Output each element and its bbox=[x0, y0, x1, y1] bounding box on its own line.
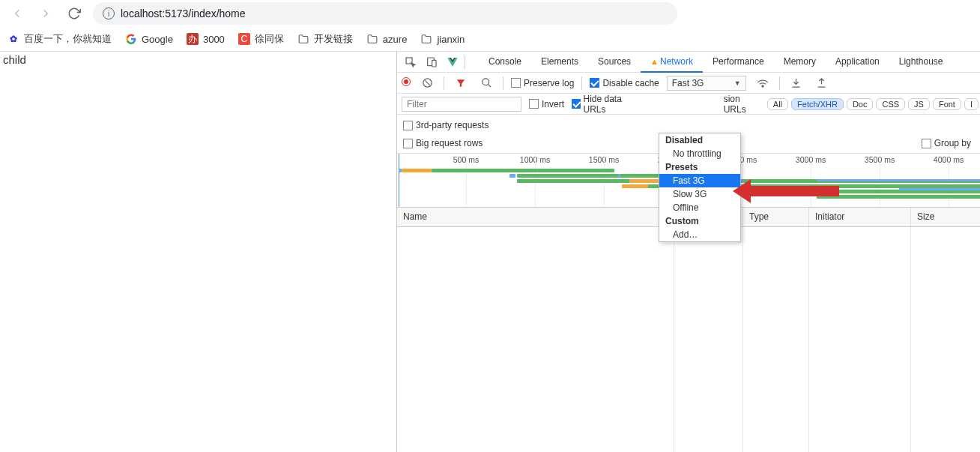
address-bar[interactable]: i localhost:5173/index/home bbox=[93, 2, 677, 25]
menu-item-no-throttling[interactable]: No throttling bbox=[659, 147, 740, 160]
svg-point-5 bbox=[762, 85, 763, 87]
export-har-icon[interactable] bbox=[813, 74, 831, 92]
record-button[interactable] bbox=[402, 77, 411, 88]
throttling-menu: Disabled No throttling Presets Fast 3G S… bbox=[659, 133, 741, 242]
bookmark-azure[interactable]: azure bbox=[366, 33, 408, 45]
folder-icon bbox=[420, 33, 432, 45]
pill-css[interactable]: CSS bbox=[876, 98, 905, 110]
search-icon[interactable] bbox=[477, 74, 495, 92]
network-filter-bar: Invert Hide data URLs sion URLs All Fetc… bbox=[397, 94, 980, 115]
preserve-log-checkbox[interactable]: Preserve log bbox=[511, 78, 574, 88]
warning-icon: ▲ bbox=[650, 57, 659, 66]
tab-elements[interactable]: Elements bbox=[531, 52, 588, 73]
pill-img[interactable]: I bbox=[964, 98, 979, 110]
baidu-icon: ✿ bbox=[7, 33, 19, 45]
filter-icon[interactable] bbox=[452, 74, 470, 92]
page-text: child bbox=[3, 53, 26, 66]
devtools-tab-row: Console Elements Sources ▲Network Perfor… bbox=[397, 52, 980, 73]
pill-all[interactable]: All bbox=[767, 98, 788, 110]
tab-lighthouse[interactable]: Lighthouse bbox=[889, 52, 953, 73]
forward-button[interactable] bbox=[36, 4, 55, 23]
sion-urls-text: sion URLs bbox=[724, 94, 760, 115]
invert-checkbox[interactable]: Invert bbox=[529, 99, 564, 109]
pill-doc[interactable]: Doc bbox=[847, 98, 874, 110]
back-button[interactable] bbox=[7, 4, 27, 23]
c-icon: C bbox=[238, 33, 250, 45]
annotation-arrow bbox=[749, 186, 839, 196]
reload-button[interactable] bbox=[64, 4, 84, 23]
pill-js[interactable]: JS bbox=[908, 98, 930, 110]
hide-data-urls-checkbox[interactable]: Hide data URLs bbox=[572, 94, 638, 115]
bookmark-xutongbao[interactable]: C徐同保 bbox=[238, 32, 284, 46]
url-text: localhost:5173/index/home bbox=[121, 7, 246, 19]
menu-item-slow-3g[interactable]: Slow 3G bbox=[659, 187, 740, 201]
third-party-checkbox[interactable]: 3rd-party requests bbox=[403, 120, 489, 130]
checkbox-icon bbox=[922, 139, 931, 148]
menu-header-presets: Presets bbox=[659, 160, 740, 174]
google-icon bbox=[125, 33, 137, 45]
clear-button[interactable] bbox=[418, 74, 436, 92]
folder-icon bbox=[366, 33, 378, 45]
resource-type-filters: All Fetch/XHR Doc CSS JS Font I bbox=[767, 98, 979, 110]
device-icon[interactable] bbox=[423, 53, 441, 71]
group-by-checkbox[interactable]: Group by bbox=[922, 138, 971, 148]
throttling-select[interactable]: Fast 3G▼ bbox=[667, 76, 746, 91]
tab-network[interactable]: ▲Network bbox=[641, 52, 703, 73]
bookmark-google[interactable]: Google bbox=[125, 33, 173, 45]
chevron-down-icon: ▼ bbox=[734, 79, 741, 87]
tab-application[interactable]: Application bbox=[826, 52, 889, 73]
network-table-body bbox=[397, 227, 980, 452]
separator bbox=[503, 76, 503, 90]
disable-cache-checkbox[interactable]: Disable cache bbox=[590, 78, 659, 88]
checkbox-icon bbox=[529, 99, 539, 109]
separator bbox=[581, 76, 582, 90]
checkbox-icon bbox=[403, 139, 413, 148]
network-toolbar: Preserve log Disable cache Fast 3G▼ bbox=[397, 73, 980, 94]
svg-rect-2 bbox=[432, 60, 436, 67]
big-request-rows-checkbox[interactable]: Big request rows bbox=[403, 138, 483, 148]
bookmark-3000[interactable]: 办3000 bbox=[187, 33, 225, 45]
checkbox-icon bbox=[590, 78, 599, 88]
page-content: child bbox=[0, 52, 396, 452]
browser-nav-bar: i localhost:5173/index/home bbox=[0, 0, 980, 27]
bookmark-jianxin[interactable]: jianxin bbox=[420, 33, 465, 45]
site-info-icon[interactable]: i bbox=[103, 7, 115, 19]
checkbox-icon bbox=[403, 121, 413, 130]
col-initiator[interactable]: Initiator bbox=[809, 208, 911, 226]
separator bbox=[779, 76, 780, 90]
svg-point-4 bbox=[482, 79, 489, 85]
col-type[interactable]: Type bbox=[743, 208, 809, 226]
menu-item-fast-3g[interactable]: Fast 3G bbox=[659, 174, 740, 187]
network-conditions-icon[interactable] bbox=[754, 74, 772, 92]
menu-header-disabled: Disabled bbox=[659, 133, 740, 147]
menu-header-custom: Custom bbox=[659, 214, 740, 228]
pill-font[interactable]: Font bbox=[933, 98, 961, 110]
bookmark-baidu[interactable]: ✿百度一下，你就知道 bbox=[7, 32, 112, 46]
separator bbox=[444, 76, 444, 90]
vue-icon[interactable] bbox=[444, 53, 462, 71]
checkbox-icon bbox=[572, 99, 580, 109]
inspect-icon[interactable] bbox=[402, 53, 420, 71]
filter-input[interactable] bbox=[402, 97, 521, 112]
tab-performance[interactable]: Performance bbox=[703, 52, 774, 73]
tab-sources[interactable]: Sources bbox=[588, 52, 641, 73]
pill-fetch-xhr[interactable]: Fetch/XHR bbox=[791, 98, 844, 110]
import-har-icon[interactable] bbox=[787, 74, 805, 92]
col-name[interactable]: Name bbox=[397, 208, 674, 226]
folder-icon bbox=[297, 33, 309, 45]
tab-memory[interactable]: Memory bbox=[774, 52, 826, 73]
devtools-panel: Console Elements Sources ▲Network Perfor… bbox=[396, 52, 980, 452]
checkbox-icon bbox=[511, 78, 521, 88]
menu-item-add[interactable]: Add… bbox=[659, 228, 740, 241]
separator bbox=[465, 55, 465, 69]
3000-icon: 办 bbox=[187, 33, 199, 45]
tab-console[interactable]: Console bbox=[479, 52, 531, 73]
bookmarks-bar: ✿百度一下，你就知道 Google 办3000 C徐同保 开发链接 azure … bbox=[0, 27, 980, 51]
bookmark-devlinks[interactable]: 开发链接 bbox=[297, 32, 353, 46]
menu-item-offline[interactable]: Offline bbox=[659, 201, 740, 214]
col-size[interactable]: Size bbox=[911, 208, 980, 226]
